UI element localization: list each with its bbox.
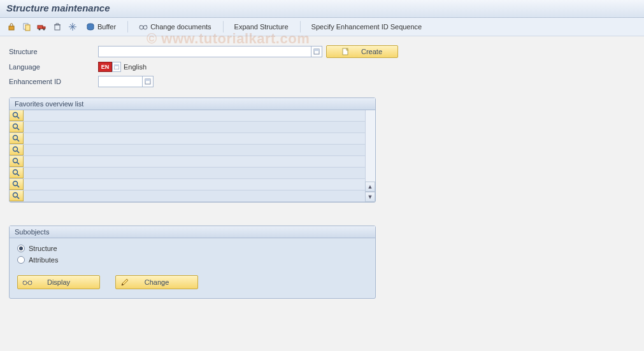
svg-line-29 [17, 174, 19, 176]
favorites-cell [24, 168, 365, 178]
enhancement-label: Enhancement ID [9, 78, 98, 85]
zoom-icon[interactable] [10, 168, 24, 178]
delete-icon[interactable] [51, 20, 64, 33]
transport-icon[interactable] [36, 20, 48, 33]
zoom-icon[interactable] [10, 179, 24, 190]
favorites-row[interactable] [10, 190, 365, 202]
create-button[interactable]: Create [326, 45, 398, 58]
svg-rect-0 [9, 26, 14, 30]
favorites-row[interactable] [10, 156, 365, 168]
favorites-row[interactable] [10, 110, 365, 122]
expand-structure-button[interactable]: Expand Structure [230, 21, 293, 32]
create-button-label: Create [361, 48, 382, 55]
copy-icon[interactable] [20, 20, 33, 33]
scroll-down-button[interactable]: ▼ [365, 192, 375, 202]
radio-structure-label: Structure [29, 245, 57, 252]
svg-point-6 [43, 29, 45, 31]
change-button[interactable]: Change [115, 275, 198, 289]
structure-row: Structure Create [9, 45, 635, 58]
radio-structure[interactable] [17, 245, 25, 252]
svg-point-24 [13, 147, 17, 152]
f4-icon [114, 64, 119, 69]
change-documents-label: Change documents [150, 23, 211, 31]
radio-structure-row[interactable]: Structure [17, 245, 368, 252]
favorites-rows [10, 110, 365, 202]
subobjects-title: Subobjects [10, 226, 375, 238]
glasses-icon [22, 278, 32, 286]
svg-point-35 [28, 281, 32, 285]
buffer-label: Buffer [97, 23, 116, 31]
f4-icon [313, 48, 320, 55]
buffer-icon [86, 22, 95, 31]
radio-attributes-row[interactable]: Attributes [17, 256, 368, 264]
change-button-label: Change [145, 278, 169, 286]
svg-rect-2 [25, 25, 30, 31]
favorites-row[interactable] [10, 122, 365, 133]
buffer-button[interactable]: Buffer [82, 20, 120, 33]
zoom-icon[interactable] [10, 122, 24, 133]
enhancement-input[interactable] [98, 76, 143, 87]
zoom-icon[interactable] [10, 156, 24, 167]
svg-line-33 [17, 197, 19, 199]
structure-input[interactable] [98, 46, 311, 57]
svg-line-31 [17, 185, 19, 187]
favorites-title: Favorites overview list [10, 98, 375, 110]
title-bar: Structure maintenance [0, 0, 644, 18]
radio-attributes[interactable] [17, 256, 25, 264]
structure-label: Structure [9, 48, 98, 55]
change-documents-button[interactable]: Change documents [134, 20, 215, 33]
svg-rect-7 [55, 25, 60, 30]
svg-rect-3 [38, 25, 43, 29]
scrollbar-track [365, 110, 375, 182]
language-code-badge: EN [98, 62, 112, 72]
expand-structure-label: Expand Structure [234, 23, 289, 31]
language-f4-button[interactable] [112, 62, 121, 72]
svg-point-26 [13, 159, 17, 163]
scroll-up-button[interactable]: ▲ [365, 182, 375, 192]
structure-f4-button[interactable] [311, 46, 322, 57]
favorites-scrollbar[interactable]: ▲ ▼ [365, 110, 375, 202]
favorites-row[interactable] [10, 168, 365, 179]
language-label: Language [9, 63, 98, 71]
svg-point-20 [13, 124, 17, 129]
language-row: Language EN English [9, 62, 635, 72]
page-title: Structure maintenance [6, 3, 638, 13]
f4-icon [145, 78, 151, 85]
glasses-icon [139, 22, 148, 31]
favorites-cell [24, 145, 365, 155]
favorites-cell [24, 122, 365, 133]
radio-attributes-label: Attributes [29, 256, 58, 264]
pencil-icon [120, 278, 129, 287]
svg-point-28 [13, 170, 17, 175]
specify-enh-seq-button[interactable]: Specify Enhancement ID Sequence [307, 21, 427, 32]
svg-rect-12 [314, 49, 319, 51]
content-area: Structure Create Language EN English Enh… [0, 36, 644, 308]
lock-icon[interactable] [5, 20, 18, 33]
svg-line-23 [17, 140, 19, 141]
favorites-row[interactable] [10, 145, 365, 156]
svg-point-34 [23, 281, 27, 285]
language-text: English [124, 63, 147, 71]
svg-point-32 [13, 193, 17, 197]
zoom-icon[interactable] [10, 133, 24, 144]
svg-point-18 [13, 113, 17, 117]
favorites-group: Favorites overview list ▲ ▼ [9, 97, 376, 203]
toolbar-separator [297, 21, 301, 32]
svg-point-30 [13, 182, 17, 186]
specify-enh-seq-label: Specify Enhancement ID Sequence [311, 23, 422, 31]
favorites-row[interactable] [10, 179, 365, 190]
display-button-label: Display [47, 278, 70, 286]
toolbar-separator [124, 21, 128, 32]
enhancement-f4-button[interactable] [142, 76, 154, 87]
zoom-icon[interactable] [10, 145, 24, 155]
snowflake-icon[interactable] [66, 20, 79, 33]
zoom-icon[interactable] [10, 190, 24, 201]
subobjects-group: Subobjects Structure Attributes Display [9, 226, 376, 299]
zoom-icon[interactable] [10, 110, 24, 121]
subobjects-actions: Display Change [17, 275, 368, 289]
toolbar-separator [220, 21, 224, 32]
favorites-cell [24, 179, 365, 190]
favorites-row[interactable] [10, 133, 365, 145]
display-button[interactable]: Display [17, 275, 100, 289]
svg-line-25 [17, 151, 19, 153]
